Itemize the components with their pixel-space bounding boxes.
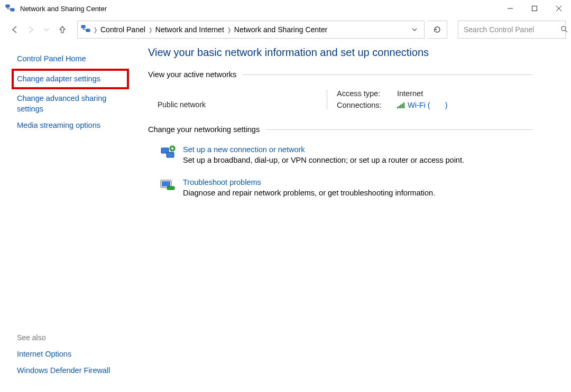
change-settings-header: Change your networking settings bbox=[148, 125, 533, 134]
active-network-row: Public network Access type: Internet Con… bbox=[148, 87, 533, 125]
breadcrumb-network-sharing[interactable]: Network and Sharing Center bbox=[234, 25, 328, 34]
network-sharing-icon bbox=[5, 4, 15, 13]
address-bar[interactable]: ❭ Control Panel ❭ Network and Internet ❭… bbox=[77, 21, 425, 39]
window-controls bbox=[498, 0, 571, 17]
sidebar-link-change-sharing[interactable]: Change advanced sharing settings bbox=[16, 90, 125, 117]
new-connection-icon bbox=[160, 145, 176, 161]
task-trouble-title[interactable]: Troubleshoot problems bbox=[183, 178, 435, 186]
svg-rect-0 bbox=[6, 5, 10, 7]
highlight-change-adapter: Change adapter settings bbox=[12, 69, 129, 90]
svg-rect-6 bbox=[81, 25, 85, 28]
chevron-right-icon[interactable]: ❭ bbox=[148, 26, 153, 33]
wifi-signal-icon bbox=[397, 102, 404, 108]
maximize-button[interactable] bbox=[522, 0, 547, 17]
sidebar-link-internet-options[interactable]: Internet Options bbox=[16, 346, 125, 363]
sidebar-link-home[interactable]: Control Panel Home bbox=[16, 51, 125, 68]
breadcrumb-control-panel[interactable]: Control Panel bbox=[100, 25, 145, 34]
active-networks-label: View your active networks bbox=[148, 70, 236, 79]
connection-name[interactable]: Wi-Fi ( bbox=[408, 101, 430, 109]
titlebar: Network and Sharing Center bbox=[0, 0, 571, 17]
content-body: Control Panel Home Change adapter settin… bbox=[0, 40, 571, 390]
see-also-label: See also bbox=[16, 331, 125, 346]
recent-caret-icon[interactable] bbox=[40, 23, 53, 36]
network-type-label: Public network bbox=[158, 100, 327, 109]
svg-rect-3 bbox=[532, 6, 537, 11]
task-troubleshoot[interactable]: Troubleshoot problems Diagnose and repai… bbox=[148, 175, 533, 208]
change-settings-label: Change your networking settings bbox=[148, 125, 260, 134]
connection-link[interactable]: Wi-Fi ( ) bbox=[397, 101, 448, 109]
refresh-button[interactable] bbox=[428, 21, 447, 39]
search-input[interactable] bbox=[463, 25, 557, 34]
access-type-label: Access type: bbox=[337, 89, 390, 98]
divider bbox=[266, 129, 533, 130]
svg-line-9 bbox=[565, 30, 567, 32]
up-button[interactable] bbox=[56, 23, 69, 36]
sidebar-link-change-adapter[interactable]: Change adapter settings bbox=[17, 74, 124, 85]
address-network-icon bbox=[81, 24, 90, 35]
sidebar-link-media-streaming[interactable]: Media streaming options bbox=[16, 117, 125, 134]
access-type-value: Internet bbox=[397, 89, 423, 98]
close-button[interactable] bbox=[547, 0, 571, 17]
svg-point-8 bbox=[561, 26, 566, 30]
task-setup-title[interactable]: Set up a new connection or network bbox=[183, 145, 464, 154]
svg-rect-16 bbox=[162, 181, 170, 186]
sidebar: Control Panel Home Change adapter settin… bbox=[0, 40, 132, 390]
chevron-right-icon[interactable]: ❭ bbox=[93, 26, 98, 33]
divider bbox=[243, 74, 533, 75]
search-box[interactable] bbox=[458, 21, 566, 39]
forward-button[interactable] bbox=[24, 23, 37, 36]
task-trouble-desc: Diagnose and repair network problems, or… bbox=[183, 189, 435, 197]
task-setup-desc: Set up a broadband, dial-up, or VPN conn… bbox=[183, 156, 464, 164]
chevron-right-icon[interactable]: ❭ bbox=[226, 26, 232, 33]
sidebar-link-defender-firewall[interactable]: Windows Defender Firewall bbox=[16, 362, 125, 379]
address-dropdown-icon[interactable] bbox=[408, 21, 421, 38]
breadcrumb-network-internet[interactable]: Network and Internet bbox=[155, 25, 224, 34]
troubleshoot-icon bbox=[160, 178, 176, 194]
svg-rect-11 bbox=[167, 152, 174, 157]
search-icon bbox=[560, 25, 568, 34]
main-panel: View your basic network information and … bbox=[132, 40, 571, 390]
connections-label: Connections: bbox=[337, 101, 390, 109]
window-title: Network and Sharing Center bbox=[20, 5, 498, 13]
active-networks-header: View your active networks bbox=[148, 70, 533, 79]
task-setup-connection[interactable]: Set up a new connection or network Set u… bbox=[148, 142, 533, 175]
page-heading: View your basic network information and … bbox=[148, 46, 533, 59]
back-button[interactable] bbox=[8, 23, 21, 36]
navigation-row: ❭ Control Panel ❭ Network and Internet ❭… bbox=[0, 19, 571, 40]
connection-name-trail[interactable]: ) bbox=[445, 101, 448, 109]
svg-rect-17 bbox=[167, 186, 174, 190]
minimize-button[interactable] bbox=[498, 0, 522, 17]
